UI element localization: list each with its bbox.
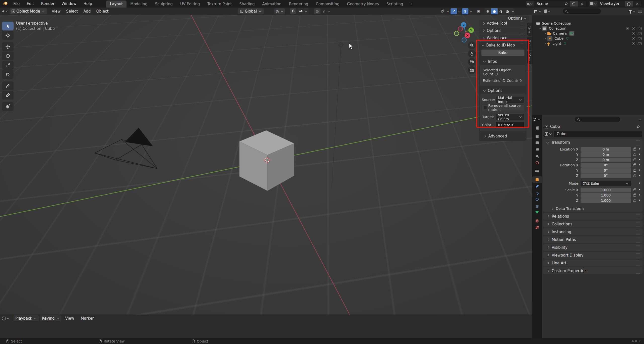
source-dropdown[interactable]: Material Index bbox=[496, 97, 524, 103]
viewport-menu-item[interactable]: Select bbox=[63, 9, 80, 14]
properties-collapsed-panel[interactable]: Custom Properties bbox=[543, 267, 642, 274]
tool-select-box[interactable] bbox=[2, 22, 14, 30]
viewport-menu-item[interactable]: View bbox=[49, 9, 64, 14]
snap-settings-dropdown[interactable] bbox=[297, 8, 309, 14]
tab-scene[interactable] bbox=[532, 153, 542, 159]
navigation-gizmo[interactable]: Z Y X bbox=[452, 21, 479, 46]
tab-material[interactable] bbox=[532, 218, 542, 224]
filter-icon[interactable] bbox=[629, 10, 636, 13]
disable-render-icon[interactable] bbox=[638, 42, 641, 45]
section-active-tool[interactable]: Active Tool bbox=[479, 20, 527, 27]
viewport-canvas[interactable]: User Perspective (1) Collection | Cube Z… bbox=[0, 15, 532, 315]
workspace-tab[interactable]: Rendering bbox=[285, 1, 312, 8]
section-workspace[interactable]: Workspace bbox=[479, 35, 527, 41]
overlays-chevron[interactable] bbox=[470, 10, 472, 12]
viewport-menu-item[interactable]: Object bbox=[93, 9, 111, 14]
topbar-menu-item[interactable]: Window bbox=[58, 2, 80, 6]
tool-transform[interactable] bbox=[2, 70, 14, 79]
hide-eye-icon[interactable] bbox=[632, 27, 635, 30]
row-camera[interactable]: ▸ Camera bbox=[532, 31, 644, 36]
scene-name[interactable]: Scene bbox=[534, 2, 562, 6]
proportional-editing-toggle[interactable]: ◎ bbox=[314, 8, 320, 14]
gizmos-toggle[interactable] bbox=[451, 8, 457, 14]
collection-checkbox[interactable]: ✓ bbox=[626, 27, 629, 30]
topbar-menu-item[interactable]: File bbox=[10, 2, 23, 6]
value-field[interactable]: 1.000 bbox=[581, 193, 631, 198]
expand-caret-icon[interactable]: ▾ bbox=[538, 27, 542, 30]
topbar-menu-item[interactable]: Edit bbox=[23, 2, 37, 6]
sidebar-tab-view[interactable]: View bbox=[527, 51, 532, 64]
workspace-tab[interactable]: Compositing bbox=[312, 1, 343, 8]
tab-texture[interactable] bbox=[532, 224, 542, 231]
shading-rendered-icon[interactable]: ◕ bbox=[504, 8, 511, 14]
bake-button[interactable]: Bake bbox=[481, 50, 525, 56]
camera-view-button[interactable] bbox=[468, 58, 476, 66]
section-options[interactable]: Options bbox=[479, 27, 527, 34]
view-layer-browse-icon[interactable] bbox=[589, 1, 597, 7]
workspace-tab[interactable]: Shading bbox=[235, 1, 258, 8]
hide-eye-icon[interactable] bbox=[632, 32, 635, 35]
animate-dot-icon[interactable]: • bbox=[638, 152, 641, 157]
options-subpanel-header[interactable]: Options bbox=[479, 88, 527, 94]
workspace-tab[interactable]: Geometry Nodes bbox=[343, 1, 383, 8]
lock-icon[interactable] bbox=[633, 159, 636, 161]
expand-caret-icon[interactable]: ▸ bbox=[544, 42, 547, 45]
keying-menu[interactable]: Keying bbox=[40, 315, 61, 321]
animate-dot-icon[interactable]: • bbox=[638, 198, 641, 203]
row-light[interactable]: ▸ Light ⊙ bbox=[532, 41, 644, 46]
topbar-menu-item[interactable]: Help bbox=[80, 2, 96, 6]
timeline-marker-menu[interactable]: Marker bbox=[78, 316, 97, 321]
lock-icon[interactable] bbox=[633, 200, 636, 202]
orientation-dropdown[interactable]: Global bbox=[238, 8, 264, 14]
topbar-menu-item[interactable]: Render bbox=[37, 2, 58, 6]
hide-eye-icon[interactable] bbox=[632, 37, 635, 40]
color-name-field[interactable]: ID_MASK bbox=[496, 122, 524, 128]
shading-solid-icon[interactable]: ● bbox=[491, 8, 498, 14]
advanced-subpanel-header[interactable]: Advanced bbox=[479, 133, 527, 139]
properties-collapsed-panel[interactable]: Motion Paths bbox=[543, 236, 642, 243]
shading-dropdown[interactable] bbox=[511, 8, 515, 14]
target-dropdown[interactable]: Vertex Colors bbox=[496, 114, 524, 120]
camera-object[interactable] bbox=[95, 128, 157, 169]
show-object-types-chevron[interactable] bbox=[447, 10, 450, 12]
lock-icon[interactable] bbox=[633, 194, 636, 196]
properties-collapsed-panel[interactable]: Collections bbox=[543, 221, 642, 227]
row-scene-collection[interactable]: Scene Collection bbox=[532, 21, 644, 26]
workspace-tab[interactable]: Animation bbox=[258, 1, 285, 8]
tab-modifiers[interactable] bbox=[532, 183, 542, 189]
blender-logo-icon[interactable] bbox=[3, 1, 8, 6]
transform-panel-header[interactable]: Transform bbox=[543, 139, 642, 146]
value-field[interactable]: 0 m bbox=[581, 152, 631, 157]
tab-render[interactable] bbox=[532, 133, 542, 140]
workspace-tab[interactable]: Layout bbox=[106, 1, 127, 8]
lock-icon[interactable] bbox=[633, 154, 636, 156]
lock-icon[interactable] bbox=[633, 149, 636, 151]
row-collection[interactable]: ▾ Collection ✓ bbox=[532, 26, 644, 31]
value-field[interactable]: 0 m bbox=[581, 158, 631, 162]
tab-collection[interactable] bbox=[532, 168, 542, 174]
shading-wireframe-icon[interactable]: ⊕ bbox=[485, 8, 491, 14]
workspace-tab[interactable]: Scripting bbox=[383, 1, 407, 8]
disable-render-icon[interactable] bbox=[638, 37, 641, 40]
object-browse-icon[interactable] bbox=[544, 131, 553, 137]
remove-source-checkbox[interactable] bbox=[484, 106, 487, 109]
cube-object[interactable] bbox=[239, 130, 294, 191]
overlays-toggle[interactable]: ⊚ bbox=[462, 8, 468, 14]
value-field[interactable]: 0° bbox=[581, 173, 631, 178]
properties-collapsed-panel[interactable]: Relations bbox=[543, 213, 642, 220]
value-field[interactable]: 1.000 bbox=[581, 188, 631, 192]
workspace-tab[interactable]: UV Editing bbox=[176, 1, 204, 8]
tool-cursor[interactable] bbox=[2, 31, 14, 40]
animate-dot-icon[interactable]: • bbox=[638, 193, 641, 198]
animate-dot-icon[interactable]: • bbox=[638, 181, 641, 186]
new-view-layer-button[interactable] bbox=[625, 1, 633, 7]
shading-material-icon[interactable]: ◑ bbox=[498, 8, 504, 14]
gizmos-chevron[interactable] bbox=[458, 10, 461, 12]
perspective-toggle-button[interactable] bbox=[468, 66, 476, 74]
infos-subpanel-header[interactable]: Infos bbox=[479, 59, 527, 65]
timeline-view-menu[interactable]: View bbox=[62, 316, 77, 321]
snap-toggle[interactable] bbox=[290, 8, 296, 14]
properties-search-input[interactable] bbox=[575, 117, 620, 122]
zoom-view-button[interactable] bbox=[468, 41, 476, 49]
tool-annotate[interactable] bbox=[2, 81, 14, 90]
